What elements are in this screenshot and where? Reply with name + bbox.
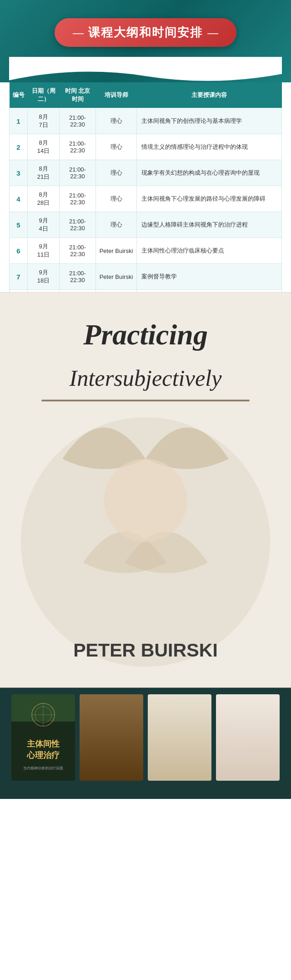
book-cover-4: Practicing Intersubjectively PETER BUIRS… <box>216 694 280 781</box>
book4-illustration: Practicing Intersubjectively PETER BUIRS… <box>216 694 280 781</box>
instructor-section: — 导师简介 — <box>0 413 291 799</box>
books-row: 主体间性 心理治疗 当代精神分析的治疗实践 NEW DEVELOPMENTS I… <box>18 694 273 781</box>
